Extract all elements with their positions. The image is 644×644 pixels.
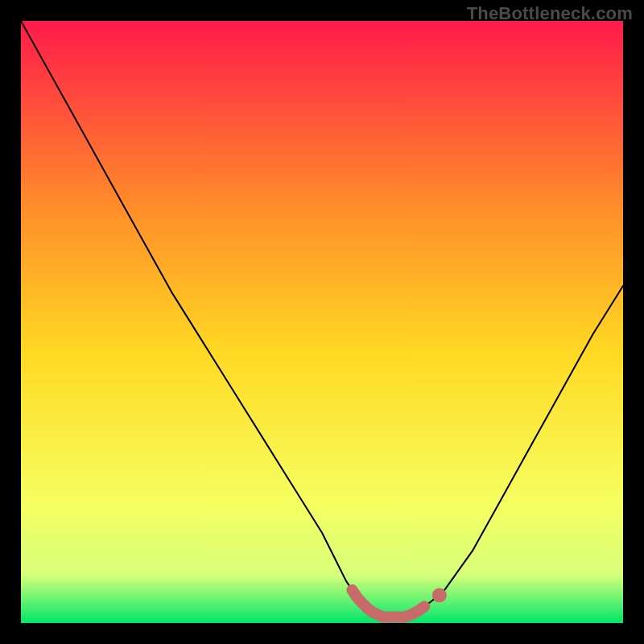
chart-frame: TheBottleneck.com — [0, 0, 644, 644]
bottleneck-plot — [21, 21, 623, 623]
plot-svg — [21, 21, 623, 623]
optimal-dot — [432, 588, 447, 602]
